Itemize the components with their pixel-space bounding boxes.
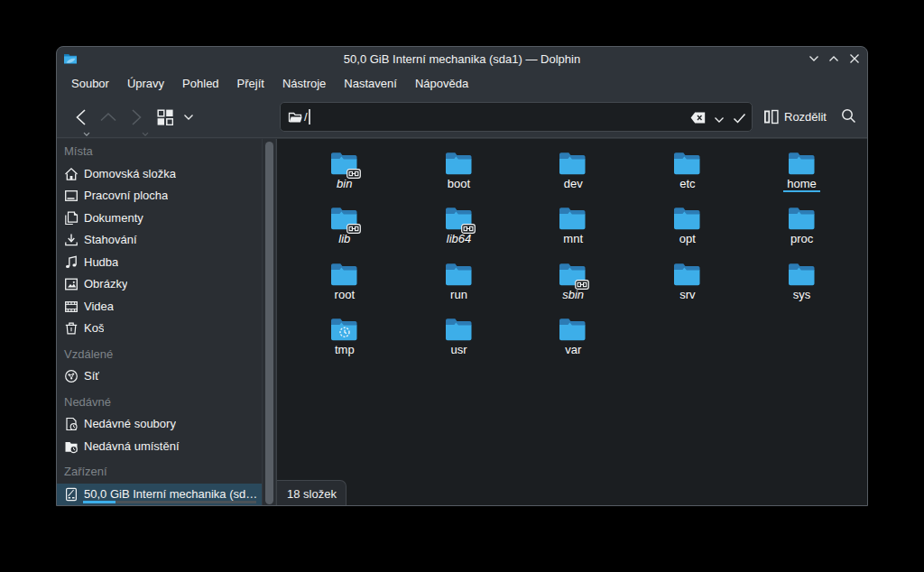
menu-nastroje[interactable]: Nástroje — [273, 71, 335, 97]
accept-location-icon[interactable] — [733, 111, 746, 127]
sidebar-item-obrazky[interactable]: Obrázky — [57, 273, 262, 296]
maximize-button[interactable] — [827, 52, 842, 67]
clear-text-icon[interactable] — [690, 111, 706, 127]
sidebar-item-domovska-slozka[interactable]: Domovská složka — [57, 163, 262, 186]
menu-nastaveni[interactable]: Nastavení — [335, 71, 406, 97]
folder-icon — [329, 261, 360, 286]
search-button[interactable] — [841, 108, 856, 127]
view-mode-menu-icon[interactable] — [182, 111, 195, 127]
file-item-bin[interactable]: bin — [291, 150, 398, 191]
file-item-root[interactable]: root — [291, 261, 398, 302]
file-item-tmp[interactable]: tmp — [291, 316, 398, 357]
sidebar-item-label: Nedávné soubory — [84, 413, 176, 436]
folder-icon — [444, 150, 475, 175]
sidebar-item-dokumenty[interactable]: Dokumenty — [57, 208, 262, 230]
menu-napoveda[interactable]: Nápověda — [406, 71, 477, 97]
toolbar: / Rozdělit — [57, 97, 867, 137]
folder-icon — [672, 261, 703, 286]
places-section-nedavne: Nedávné — [57, 392, 262, 414]
folder-temp-icon — [329, 316, 360, 341]
sidebar-item-label: Nedávná umístění — [84, 436, 180, 458]
image-icon — [64, 277, 79, 291]
folder-view[interactable]: 18 složek binbootdevetchomeliblib64mntop… — [276, 139, 867, 506]
places-section-mista: Místa — [57, 141, 262, 163]
sidebar-item-kos[interactable]: Koš — [57, 318, 262, 340]
sidebar-item-label: Síť — [84, 365, 99, 388]
file-item-proc[interactable]: proc — [749, 205, 855, 246]
sidebar-item-nedavna-umisteni[interactable]: Nedávná umístění — [57, 436, 262, 458]
trash-icon — [64, 321, 79, 336]
file-item-lib64[interactable]: lib64 — [406, 205, 513, 246]
sidebar-item-label: Koš — [84, 318, 104, 340]
split-view-label[interactable]: Rozdělit — [784, 97, 827, 137]
symlink-emblem-icon — [346, 166, 361, 176]
file-item-sys[interactable]: sys — [749, 261, 855, 302]
file-label: lib64 — [443, 232, 475, 245]
location-path[interactable]: / — [304, 103, 308, 131]
file-item-opt[interactable]: opt — [634, 205, 741, 246]
menu-upravy[interactable]: Úpravy — [118, 71, 173, 97]
download-icon — [64, 233, 79, 247]
sidebar-item-label: Videa — [84, 296, 114, 318]
file-item-boot[interactable]: boot — [406, 150, 513, 191]
file-item-dev[interactable]: dev — [520, 150, 626, 191]
up-button[interactable] — [99, 108, 117, 130]
menu-soubor[interactable]: Soubor — [62, 71, 118, 97]
video-icon — [64, 300, 79, 314]
sidebar-item-stahovani[interactable]: Stahování — [57, 229, 262, 252]
file-label: lib — [335, 232, 354, 245]
file-item-usr[interactable]: usr — [406, 316, 513, 357]
view-mode-button[interactable] — [157, 109, 173, 129]
sidebar-item-label: Obrázky — [84, 273, 127, 296]
file-item-var[interactable]: var — [520, 316, 626, 357]
sidebar-item-hudba[interactable]: Hudba — [57, 252, 262, 274]
close-button[interactable] — [848, 52, 863, 67]
documents-icon — [64, 211, 79, 226]
split-view-button[interactable] — [763, 109, 779, 128]
folder-icon — [558, 205, 588, 230]
file-item-run[interactable]: run — [406, 261, 513, 302]
menu-prejit[interactable]: Přejít — [228, 71, 273, 97]
folder-icon — [787, 205, 818, 230]
file-label: sys — [790, 288, 815, 301]
file-label: var — [561, 343, 585, 356]
minimize-button[interactable] — [808, 52, 822, 67]
file-label: usr — [447, 343, 470, 356]
sidebar-item-pracovni-plocha[interactable]: Pracovní plocha — [57, 185, 262, 208]
folder-icon — [444, 316, 475, 341]
menubar: SouborÚpravyPohledPřejítNástrojeNastaven… — [57, 71, 867, 97]
dolphin-window: 50,0 GiB Interní mechanika (sda1) — Dolp… — [56, 46, 868, 506]
status-text: 18 složek — [277, 481, 346, 506]
file-item-mnt[interactable]: mnt — [520, 205, 626, 246]
sidebar-item-nedavne-soubory[interactable]: Nedávné soubory — [57, 413, 262, 436]
file-label: boot — [444, 177, 474, 190]
harddisk-icon — [64, 487, 79, 502]
home-icon — [64, 167, 79, 181]
places-scrollbar[interactable] — [262, 139, 275, 506]
text-cursor — [309, 109, 310, 125]
recent-folder-icon — [64, 439, 79, 454]
file-label: home — [783, 177, 820, 192]
file-label: proc — [787, 232, 817, 245]
sidebar-item-sit[interactable]: Síť — [57, 365, 262, 388]
folder-symlink-icon — [329, 205, 360, 230]
file-label: run — [447, 288, 471, 301]
file-label: dev — [560, 177, 587, 190]
titlebar[interactable]: 50,0 GiB Interní mechanika (sda1) — Dolp… — [57, 47, 867, 71]
sidebar-item-videa[interactable]: Videa — [57, 296, 262, 318]
file-item-srv[interactable]: srv — [634, 261, 741, 302]
file-item-lib[interactable]: lib — [291, 205, 398, 246]
places-section-vzdalene: Vzdálené — [57, 344, 262, 366]
folder-icon — [787, 150, 818, 175]
symlink-emblem-icon — [346, 221, 361, 231]
location-bar[interactable]: / — [280, 102, 753, 132]
scrollbar-thumb[interactable] — [265, 142, 273, 504]
menu-pohled[interactable]: Pohled — [173, 71, 227, 97]
file-item-sbin[interactable]: sbin — [520, 261, 626, 302]
location-dropdown-icon[interactable] — [713, 114, 725, 130]
file-item-etc[interactable]: etc — [634, 150, 741, 191]
file-item-home[interactable]: home — [749, 150, 855, 192]
sidebar-item-50-0-gib-interni-mechanika-sd[interactable]: 50,0 GiB Interní mechanika (sd… — [57, 484, 262, 506]
folder-symlink-icon — [558, 261, 588, 286]
file-label: root — [331, 288, 358, 301]
